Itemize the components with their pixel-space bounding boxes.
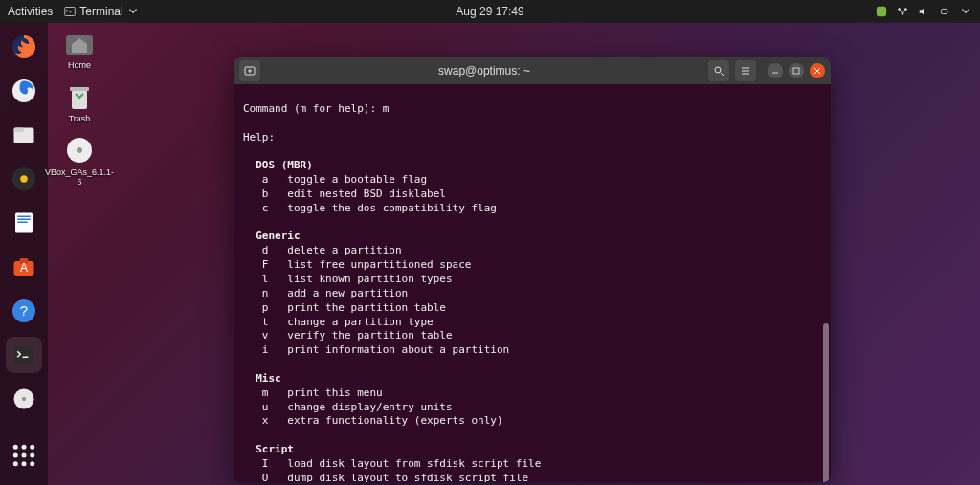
svg-point-25 bbox=[13, 445, 18, 450]
desktop-vbox-disc[interactable]: VBox_GAs_6.1.1-6 bbox=[54, 134, 105, 187]
power-icon[interactable] bbox=[938, 5, 951, 18]
svg-point-32 bbox=[22, 461, 27, 466]
term-line: n add a new partition bbox=[243, 287, 408, 299]
svg-point-12 bbox=[20, 175, 28, 183]
svg-point-28 bbox=[13, 453, 18, 458]
dock-software[interactable]: A bbox=[6, 249, 42, 285]
close-button[interactable] bbox=[810, 63, 825, 78]
svg-rect-1 bbox=[877, 7, 886, 16]
dock-help[interactable]: ? bbox=[6, 293, 42, 329]
term-section: DOS (MBR) bbox=[243, 159, 313, 171]
show-applications-button[interactable] bbox=[6, 437, 42, 474]
svg-rect-22 bbox=[14, 346, 34, 364]
maximize-button[interactable] bbox=[789, 63, 804, 78]
term-line: I load disk layout from sfdisk script fi… bbox=[243, 457, 541, 470]
term-line: O dump disk layout to sfdisk script file bbox=[243, 472, 528, 482]
top-bar: Activities Terminal Aug 29 17:49 bbox=[0, 0, 980, 23]
svg-point-40 bbox=[715, 67, 721, 73]
dock-terminal[interactable] bbox=[6, 337, 42, 373]
dock-disc[interactable] bbox=[6, 381, 42, 417]
terminal-body[interactable]: Command (m for help): m Help: DOS (MBR) … bbox=[234, 84, 831, 482]
svg-text:?: ? bbox=[20, 302, 28, 319]
svg-rect-14 bbox=[17, 216, 31, 218]
svg-text:A: A bbox=[20, 261, 28, 275]
term-section: Generic bbox=[243, 230, 301, 242]
term-line: a toggle a bootable flag bbox=[243, 173, 427, 186]
term-section: Script bbox=[243, 443, 294, 455]
term-line: c toggle the dos compatibility flag bbox=[243, 202, 497, 214]
term-line: p print the partition table bbox=[243, 301, 446, 314]
svg-point-27 bbox=[30, 445, 34, 450]
dock-rhythmbox[interactable] bbox=[6, 161, 42, 197]
network-icon[interactable] bbox=[896, 5, 909, 18]
new-tab-button[interactable] bbox=[239, 60, 260, 81]
search-button[interactable] bbox=[708, 60, 729, 81]
term-line: F list free unpartitioned space bbox=[243, 258, 471, 271]
svg-point-38 bbox=[77, 147, 82, 153]
dock-firefox[interactable] bbox=[6, 29, 42, 65]
dock-libreoffice-writer[interactable] bbox=[6, 205, 42, 241]
svg-rect-0 bbox=[65, 8, 76, 16]
svg-point-29 bbox=[22, 453, 27, 458]
svg-rect-36 bbox=[70, 87, 89, 91]
term-line: t change a partition type bbox=[243, 316, 434, 328]
term-line: b edit nested BSD disklabel bbox=[243, 187, 446, 200]
svg-point-24 bbox=[22, 397, 27, 402]
svg-rect-15 bbox=[17, 219, 31, 221]
clock[interactable]: Aug 29 17:49 bbox=[456, 5, 523, 18]
svg-rect-41 bbox=[793, 68, 799, 74]
term-line: v verify the partition table bbox=[243, 329, 453, 342]
term-line: i print information about a partition bbox=[243, 343, 509, 356]
desktop-vbox-label: VBox_GAs_6.1.1-6 bbox=[45, 168, 114, 187]
term-section: Misc bbox=[243, 372, 281, 385]
desktop-home-label: Home bbox=[68, 61, 91, 71]
svg-point-31 bbox=[13, 461, 18, 466]
scrollbar-thumb[interactable] bbox=[823, 323, 829, 482]
term-line: x extra functionality (experts only) bbox=[243, 414, 503, 427]
term-line: m print this menu bbox=[243, 386, 383, 399]
term-line: l list known partition types bbox=[243, 273, 453, 285]
activities-button[interactable]: Activities bbox=[8, 5, 53, 18]
term-line: d delete a partition bbox=[243, 244, 402, 256]
chevron-down-icon bbox=[127, 6, 139, 17]
svg-rect-6 bbox=[947, 11, 948, 12]
svg-rect-35 bbox=[72, 90, 87, 109]
terminal-window: swap@optimus: ~ Command (m for help): m … bbox=[234, 57, 831, 482]
input-source-indicator[interactable] bbox=[875, 5, 888, 18]
term-line: Help: bbox=[243, 131, 275, 143]
svg-rect-16 bbox=[17, 222, 28, 224]
minimize-button[interactable] bbox=[768, 63, 783, 78]
svg-rect-10 bbox=[14, 128, 25, 133]
desktop-home[interactable]: Home bbox=[54, 27, 105, 71]
app-menu-label: Terminal bbox=[79, 5, 122, 18]
term-line: u change display/entry units bbox=[243, 401, 453, 413]
terminal-title: swap@optimus: ~ bbox=[266, 64, 702, 77]
desktop-icons: Home Trash VBox_GAs_6.1.1-6 bbox=[54, 27, 105, 187]
chevron-down-icon[interactable] bbox=[959, 5, 972, 18]
volume-icon[interactable] bbox=[917, 5, 930, 18]
dock-files[interactable] bbox=[6, 117, 42, 153]
terminal-icon bbox=[64, 6, 76, 17]
dock-thunderbird[interactable] bbox=[6, 73, 42, 109]
menu-button[interactable] bbox=[735, 60, 756, 81]
svg-point-33 bbox=[30, 461, 34, 466]
term-line: Command (m for help): m bbox=[243, 102, 389, 115]
terminal-titlebar[interactable]: swap@optimus: ~ bbox=[234, 57, 831, 84]
app-menu-terminal[interactable]: Terminal bbox=[64, 5, 138, 18]
desktop-trash-label: Trash bbox=[69, 115, 91, 124]
dock: A ? bbox=[0, 23, 48, 485]
svg-point-30 bbox=[30, 453, 34, 458]
svg-rect-5 bbox=[942, 9, 947, 13]
svg-point-26 bbox=[22, 445, 27, 450]
desktop-trash[interactable]: Trash bbox=[54, 80, 105, 124]
